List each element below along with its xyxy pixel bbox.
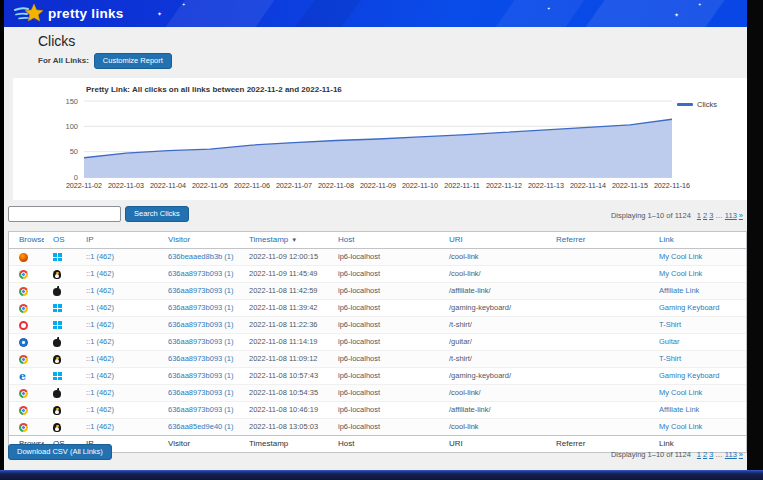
column-header-referrer[interactable]: Referrer <box>547 232 650 249</box>
x-axis-tick: 2022-11-07 <box>276 181 312 190</box>
search-clicks-button[interactable]: Search Clicks <box>125 206 189 222</box>
visitor-link[interactable]: 636aa8973b093 (1) <box>168 303 233 312</box>
page-link-1[interactable]: 1 <box>697 211 701 220</box>
pretty-link[interactable]: Gaming Keyboard <box>659 303 719 312</box>
pretty-link[interactable]: My Cool Link <box>659 388 702 397</box>
column-header-os[interactable]: OS <box>44 232 77 249</box>
ip-link[interactable]: ::1 (462) <box>86 269 114 278</box>
page-link-2[interactable]: 2 <box>703 450 707 459</box>
ip-cell: ::1 (462) <box>77 283 159 300</box>
visitor-cell: 636aa85ed9e40 (1) <box>159 419 240 436</box>
visitor-link[interactable]: 636aa8973b093 (1) <box>168 269 233 278</box>
referrer-cell <box>547 317 650 334</box>
pretty-link[interactable]: Affiliate Link <box>659 286 699 295</box>
sparkle-icon: ✦ <box>182 2 185 8</box>
ip-link[interactable]: ::1 (462) <box>86 388 114 397</box>
ip-cell: ::1 (462) <box>77 249 159 266</box>
column-header-visitor[interactable]: Visitor <box>159 232 240 249</box>
ip-link[interactable]: ::1 (462) <box>86 286 114 295</box>
column-header-ip[interactable]: IP <box>77 232 159 249</box>
x-axis-tick: 2022-11-16 <box>654 181 690 190</box>
ip-link[interactable]: ::1 (462) <box>86 422 114 431</box>
visitor-link[interactable]: 636aa8973b093 (1) <box>168 337 233 346</box>
x-axis-tick: 2022-11-10 <box>402 181 438 190</box>
visitor-link[interactable]: 636aa8973b093 (1) <box>168 286 233 295</box>
customize-report-button[interactable]: Customize Report <box>94 53 172 69</box>
host-cell: ip6-localhost <box>329 266 440 283</box>
uri-cell: /cool-link <box>440 249 547 266</box>
next-page-link[interactable]: » <box>739 211 743 220</box>
page-link-3[interactable]: 3 <box>709 211 713 220</box>
ip-link[interactable]: ::1 (462) <box>86 337 114 346</box>
firefox-browser-icon <box>19 253 28 262</box>
page-link-3[interactable]: 3 <box>709 450 713 459</box>
ip-link[interactable]: ::1 (462) <box>86 252 114 261</box>
visitor-link[interactable]: 636aa85ed9e40 (1) <box>168 422 233 431</box>
page-link-last[interactable]: 113 <box>725 211 737 220</box>
pretty-link[interactable]: Guitar <box>659 337 679 346</box>
link-cell: Guitar <box>650 334 746 351</box>
referrer-cell <box>547 368 650 385</box>
ip-link[interactable]: ::1 (462) <box>86 354 114 363</box>
pretty-link[interactable]: Affiliate Link <box>659 405 699 414</box>
chrome-browser-icon <box>19 270 28 279</box>
x-axis-tick: 2022-11-03 <box>108 181 144 190</box>
column-header-host[interactable]: Host <box>329 232 440 249</box>
host-cell: ip6-localhost <box>329 249 440 266</box>
sparkle-icon: ✦ <box>547 6 550 12</box>
visitor-link[interactable]: 636aa8973b093 (1) <box>168 388 233 397</box>
page-link-1[interactable]: 1 <box>697 450 701 459</box>
column-header-uri[interactable]: URI <box>440 232 547 249</box>
pretty-links-logo[interactable]: pretty links <box>14 2 124 24</box>
footer-column-header-visitor: Visitor <box>159 436 240 453</box>
uri-cell: /affiliate-link/ <box>440 402 547 419</box>
chart-legend: Clicks <box>677 100 717 109</box>
screen: ✦ ✦ ✦ ✦ ✦ pretty links Clicks For Al <box>0 0 763 480</box>
visitor-cell: 636beaaed8b3b (1) <box>159 249 240 266</box>
screen-right-edge <box>747 0 763 470</box>
pretty-link[interactable]: My Cool Link <box>659 252 702 261</box>
ip-link[interactable]: ::1 (462) <box>86 303 114 312</box>
column-header-link[interactable]: Link <box>650 232 746 249</box>
page-link-last[interactable]: 113 <box>725 450 737 459</box>
pretty-link[interactable]: T-Shirt <box>659 354 681 363</box>
os-cell <box>44 249 77 266</box>
visitor-link[interactable]: 636aa8973b093 (1) <box>168 320 233 329</box>
link-cell: My Cool Link <box>650 419 746 436</box>
chart-card: 0501001502022-11-022022-11-032022-11-042… <box>13 78 747 200</box>
pretty-link[interactable]: My Cool Link <box>659 269 702 278</box>
search-input[interactable] <box>8 206 121 222</box>
windows-os-icon <box>53 321 62 329</box>
pretty-link[interactable]: T-Shirt <box>659 320 681 329</box>
host-cell: ip6-localhost <box>329 317 440 334</box>
app-window: ✦ ✦ ✦ ✦ ✦ pretty links Clicks For Al <box>4 0 747 470</box>
pretty-link[interactable]: Gaming Keyboard <box>659 371 719 380</box>
legend-line-swatch <box>677 103 693 106</box>
visitor-cell: 636aa8973b093 (1) <box>159 368 240 385</box>
visitor-link[interactable]: 636aa8973b093 (1) <box>168 405 233 414</box>
column-header-browser[interactable]: Browser <box>9 232 44 249</box>
next-page-link[interactable]: » <box>739 450 743 459</box>
x-axis-tick: 2022-11-06 <box>234 181 270 190</box>
os-cell <box>44 317 77 334</box>
uri-cell: /affiliate-link/ <box>440 283 547 300</box>
mac-os-icon <box>53 288 61 296</box>
timestamp-cell: 2022-11-09 12:00:15 <box>240 249 329 266</box>
visitor-link[interactable]: 636beaaed8b3b (1) <box>168 252 233 261</box>
x-axis-tick: 2022-11-12 <box>486 181 522 190</box>
link-cell: My Cool Link <box>650 249 746 266</box>
browser-cell <box>9 351 44 368</box>
chart-title: Pretty Link: All clicks on all links bet… <box>86 85 342 94</box>
pretty-link[interactable]: My Cool Link <box>659 422 702 431</box>
page-link-2[interactable]: 2 <box>703 211 707 220</box>
visitor-link[interactable]: 636aa8973b093 (1) <box>168 354 233 363</box>
ip-link[interactable]: ::1 (462) <box>86 405 114 414</box>
column-header-timestamp[interactable]: Timestamp▼ <box>240 232 329 249</box>
click-row: ::1 (462)636aa8973b093 (1)2022-11-08 11:… <box>9 334 746 351</box>
download-csv-button[interactable]: Download CSV (All Links) <box>8 444 112 460</box>
ip-link[interactable]: ::1 (462) <box>86 320 114 329</box>
banner-decor-shape <box>580 0 728 27</box>
visitor-link[interactable]: 636aa8973b093 (1) <box>168 371 233 380</box>
linux-os-icon <box>53 355 61 364</box>
ip-link[interactable]: ::1 (462) <box>86 371 114 380</box>
